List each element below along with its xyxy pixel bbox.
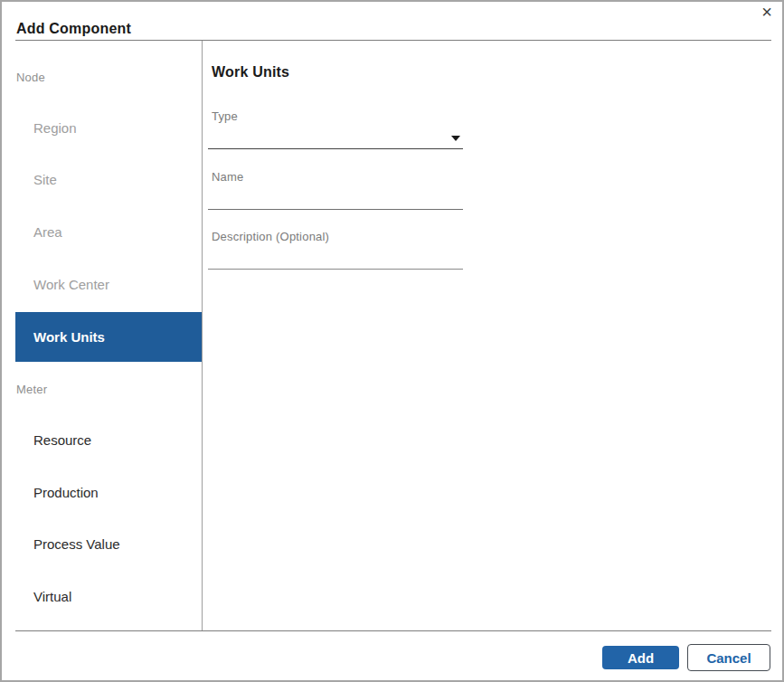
nav-section-label-meter: Meter — [16, 383, 47, 396]
add-component-dialog: Add Component × Node Region Site Area Wo… — [0, 0, 784, 682]
description-field-label: Description (Optional) — [212, 230, 329, 243]
nav-section-label-node: Node — [16, 71, 45, 84]
title-divider — [15, 40, 771, 41]
sidebar-item-area[interactable]: Area — [15, 207, 202, 258]
dialog-title: Add Component — [16, 21, 131, 37]
sidebar-item-site[interactable]: Site — [15, 155, 202, 205]
sidebar-item-virtual[interactable]: Virtual — [15, 572, 202, 622]
name-field-label: Name — [212, 170, 243, 184]
sidebar-item-work-units[interactable]: Work Units — [15, 312, 202, 362]
sidebar-item-work-center[interactable]: Work Center — [15, 260, 202, 310]
close-icon[interactable]: × — [758, 2, 776, 22]
footer-divider — [15, 630, 771, 631]
type-field-label: Type — [212, 109, 238, 123]
sidebar-item-region[interactable]: Region — [15, 103, 202, 154]
type-select[interactable] — [208, 127, 463, 149]
sidebar-item-resource[interactable]: Resource — [15, 415, 202, 466]
dropdown-arrow-icon — [451, 136, 460, 141]
description-input[interactable] — [208, 247, 463, 270]
sidebar-divider — [202, 41, 203, 630]
add-button[interactable]: Add — [602, 646, 679, 669]
sidebar-item-production[interactable]: Production — [15, 468, 202, 518]
name-input[interactable] — [208, 187, 463, 210]
panel-heading: Work Units — [212, 64, 289, 81]
sidebar-item-process-value[interactable]: Process Value — [15, 519, 202, 570]
cancel-button[interactable]: Cancel — [687, 644, 770, 671]
